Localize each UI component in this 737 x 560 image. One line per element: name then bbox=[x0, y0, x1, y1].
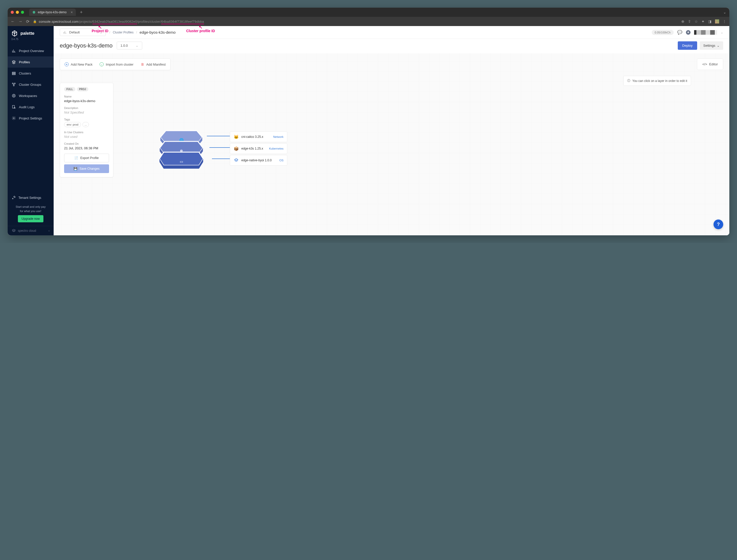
profile-details-panel: FULL PROJ Nameedge-byos-k3s-demo Descrip… bbox=[60, 83, 113, 177]
version-selector[interactable]: 1.0.0 ⌄ bbox=[117, 42, 142, 50]
sidebar-tenant-settings[interactable]: Tenant Settings bbox=[8, 192, 54, 203]
sidebar-footer[interactable]: spectro cloud ‹ bbox=[8, 226, 54, 235]
tabs-overflow-icon[interactable]: ⌄ bbox=[723, 10, 726, 14]
inuse-value: Not used bbox=[64, 135, 109, 139]
layers-icon bbox=[12, 60, 16, 64]
sidebar-item-cluster-groups[interactable]: Cluster Groups bbox=[8, 79, 54, 90]
menu-icon[interactable]: ⋮ bbox=[723, 19, 726, 23]
bar-chart-icon bbox=[63, 31, 67, 34]
badge-full: FULL bbox=[64, 87, 75, 91]
download-icon: ↓ bbox=[100, 62, 104, 66]
gear-icon bbox=[12, 116, 16, 120]
created-label: Created On bbox=[64, 142, 109, 145]
plus-icon: + bbox=[65, 62, 69, 66]
connector-line bbox=[207, 136, 230, 136]
add-manifest-button[interactable]: 🗎Add Manifest bbox=[141, 62, 166, 66]
tab-title: edge-byos-k3s-demo bbox=[38, 10, 67, 14]
help-fab[interactable]: ? bbox=[714, 220, 723, 229]
badge-proj: PROJ bbox=[77, 87, 88, 91]
page-title: edge-byos-k3s-demo bbox=[60, 42, 113, 49]
add-pack-button[interactable]: +Add New Pack bbox=[65, 62, 92, 66]
svg-rect-0 bbox=[12, 72, 15, 73]
panel-icon[interactable]: ◨ bbox=[708, 19, 711, 23]
bookmark-icon[interactable]: ☆ bbox=[695, 19, 698, 23]
name-label: Name bbox=[64, 95, 109, 98]
layer-card-network[interactable]: 🐱 cni-calico 3.25.x Network bbox=[230, 131, 287, 142]
forward-icon[interactable]: → bbox=[18, 19, 22, 24]
close-tab-icon[interactable]: × bbox=[71, 10, 73, 14]
profile-avatar-icon[interactable] bbox=[715, 19, 719, 23]
window-icon: ▭ bbox=[180, 159, 183, 163]
breadcrumb-parent[interactable]: Cluster Profiles bbox=[113, 31, 133, 34]
user-menu-chevron-icon[interactable]: ⌄ bbox=[721, 31, 723, 34]
chat-icon[interactable]: 💬 bbox=[677, 30, 682, 35]
zoom-icon[interactable]: ⊕ bbox=[681, 19, 684, 23]
main-panel: Default ⌄ / Cluster Profiles / edge-byos… bbox=[54, 26, 729, 235]
search-doc-icon bbox=[12, 105, 16, 109]
clusters-icon bbox=[12, 71, 16, 75]
share-icon[interactable]: ⇧ bbox=[688, 19, 691, 23]
svg-point-3 bbox=[12, 83, 13, 84]
brand-name: palette bbox=[20, 31, 34, 36]
connector-line bbox=[212, 159, 230, 159]
layer-card-kubernetes[interactable]: 📦 edge-k3s 1.25.x Kubernetes bbox=[230, 143, 287, 154]
settings-button[interactable]: Settings⌄ bbox=[700, 41, 723, 50]
export-icon: 📄 bbox=[74, 156, 78, 160]
browser-tab[interactable]: edge-byos-k3s-demo × bbox=[29, 9, 76, 16]
new-tab-icon[interactable]: + bbox=[80, 10, 83, 15]
maximize-window-icon[interactable] bbox=[21, 11, 24, 14]
sidebar-item-project-settings[interactable]: Project Settings bbox=[8, 113, 54, 124]
sidebar-nav: Project Overview Profiles Clusters Clust… bbox=[8, 45, 54, 124]
star-icon[interactable]: ★ bbox=[686, 30, 691, 35]
import-button[interactable]: ↓Import from cluster bbox=[100, 62, 133, 66]
layer-hex-os[interactable]: ▭ bbox=[153, 149, 209, 173]
sidebar-item-project-overview[interactable]: Project Overview bbox=[8, 45, 54, 56]
chevron-down-icon: ⌄ bbox=[100, 30, 102, 34]
page-header: edge-byos-k3s-demo 1.0.0 ⌄ Deploy Settin… bbox=[54, 39, 729, 53]
stack-icon bbox=[234, 158, 239, 163]
url-actions: ⊕ ⇧ ☆ ✦ ◨ ⋮ bbox=[681, 19, 726, 23]
app-shell: palette 3.4.75 Project Overview Profiles… bbox=[8, 26, 729, 235]
titlebar: edge-byos-k3s-demo × + ⌄ bbox=[8, 8, 729, 17]
svg-rect-1 bbox=[12, 73, 15, 74]
user-avatar[interactable] bbox=[694, 30, 717, 35]
save-changes-button[interactable]: 💾Save Changes bbox=[64, 164, 109, 173]
tags-more[interactable]: ... bbox=[82, 122, 89, 127]
address-field[interactable]: 🔒 console.spectrocloud.com/projects/6342… bbox=[33, 20, 678, 23]
deploy-button[interactable]: Deploy bbox=[678, 41, 697, 50]
back-icon[interactable]: ← bbox=[11, 19, 15, 24]
svg-point-4 bbox=[14, 83, 15, 84]
minimize-window-icon[interactable] bbox=[16, 11, 19, 14]
reload-icon[interactable]: ⟳ bbox=[26, 19, 29, 24]
extensions-icon[interactable]: ✦ bbox=[702, 19, 705, 23]
sidebar-item-profiles[interactable]: Profiles bbox=[8, 56, 54, 68]
url-text: console.spectrocloud.com/projects/6342ea… bbox=[39, 20, 204, 23]
spectro-logo-icon bbox=[12, 229, 16, 233]
close-window-icon[interactable] bbox=[11, 11, 14, 14]
lock-icon: 🔒 bbox=[33, 20, 37, 23]
promo-text: Start small and only pay for what you us… bbox=[8, 203, 54, 226]
sidebar-item-workspaces[interactable]: Workspaces bbox=[8, 90, 54, 101]
description-label: Description bbox=[64, 106, 109, 109]
project-selector[interactable]: Default ⌄ bbox=[60, 29, 106, 36]
tags-label: Tags bbox=[64, 118, 109, 121]
breadcrumb: / Cluster Profiles / edge-byos-k3s-demo bbox=[109, 30, 176, 34]
upgrade-button[interactable]: Upgrade now bbox=[18, 215, 43, 222]
code-icon: </> bbox=[702, 62, 707, 66]
description-value: Not Specified bbox=[64, 111, 109, 114]
editor-button[interactable]: </> Editor bbox=[697, 58, 723, 70]
document-icon: 🗎 bbox=[141, 62, 144, 66]
brand: palette bbox=[8, 26, 54, 38]
sidebar-item-clusters[interactable]: Clusters bbox=[8, 68, 54, 79]
browser-window: edge-byos-k3s-demo × + ⌄ ← → ⟳ 🔒 console… bbox=[8, 8, 729, 235]
pack-toolbar: +Add New Pack ↓Import from cluster 🗎Add … bbox=[60, 58, 171, 70]
sidebar-item-audit-logs[interactable]: Audit Logs bbox=[8, 101, 54, 113]
svg-point-5 bbox=[13, 85, 14, 86]
layer-card-os[interactable]: edge-native-byoi 1.0.0 OS bbox=[230, 155, 287, 166]
inuse-label: In Use Clusters bbox=[64, 131, 109, 134]
url-bar: ← → ⟳ 🔒 console.spectrocloud.com/project… bbox=[8, 17, 729, 26]
chevron-left-icon[interactable]: ‹ bbox=[48, 229, 50, 233]
tools-icon bbox=[12, 196, 16, 200]
target-icon bbox=[12, 94, 16, 98]
export-profile-button[interactable]: 📄Export Profile bbox=[64, 154, 109, 162]
